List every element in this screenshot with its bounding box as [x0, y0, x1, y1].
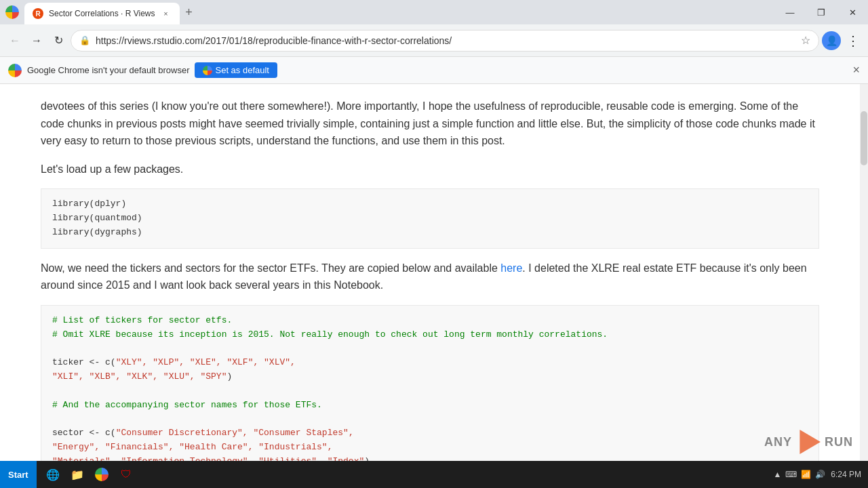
profile-button[interactable]: 👤 [822, 31, 841, 50]
minimize-button[interactable]: — [774, 0, 806, 24]
scrollbar-thumb[interactable] [861, 111, 867, 165]
taskbar-icon-ie[interactable]: 🌐 [42, 464, 64, 485]
set-default-button[interactable]: Set as default [195, 62, 277, 78]
bookmark-icon[interactable]: ☆ [801, 34, 810, 47]
paragraph-3-prefix: Now, we need the tickers and sectors for… [41, 262, 500, 274]
paragraph-1: devotees of this series (I know you're o… [41, 98, 819, 150]
code-comment-1: # List of tickers for sector etfs. [52, 314, 808, 328]
code-comment-3: # And the accompanying sector names for … [52, 399, 808, 413]
lock-icon: 🔒 [79, 35, 90, 45]
paragraph-2-text: Let's load up a few packages. [41, 163, 183, 175]
tab-close-button[interactable]: × [161, 8, 172, 19]
address-bar[interactable]: 🔒 https://rviews.rstudio.com/2017/01/18/… [71, 30, 819, 52]
notification-close-button[interactable]: × [852, 63, 860, 77]
tray-arrow: ▲ [773, 470, 781, 479]
ticker-prefix: ticker <- c( [52, 357, 116, 367]
code-sector-line1: sector <- c("Consumer Discretionary", "C… [52, 426, 808, 441]
code-line-3: library(dygraphs) [52, 226, 808, 240]
chrome-favicon [5, 5, 19, 19]
sector-values-2: "Energy", "Financials", "Health Care", "… [52, 442, 332, 452]
play-icon [796, 430, 821, 454]
sector-close: ) [364, 456, 370, 461]
notif-btn-icon [203, 66, 212, 75]
refresh-button[interactable]: ↻ [49, 31, 68, 50]
code-ticker-line1: ticker <- c("XLY", "XLP", "XLE", "XLF", … [52, 356, 808, 370]
taskbar-icons: 🌐 📁 🛡 [37, 464, 142, 485]
taskbar-icon-explorer[interactable]: 📁 [66, 464, 88, 485]
close-button[interactable]: ✕ [837, 0, 868, 24]
system-tray: ▲ ⌨ 📶 🔊 [773, 470, 825, 479]
back-button[interactable]: ← [5, 31, 24, 50]
code-ticker-line2: "XLI", "XLB", "XLK", "XLU", "SPY") [52, 370, 808, 384]
menu-button[interactable]: ⋮ [844, 31, 863, 50]
title-bar: R Sector Correlations · R Views × + — ❐ … [0, 0, 868, 24]
url-text: https://rviews.rstudio.com/2017/01/18/re… [96, 35, 795, 46]
page-content: devotees of this series (I know you're o… [0, 84, 868, 461]
code-block-2: # List of tickers for sector etfs. # Omi… [41, 305, 819, 461]
watermark-text: ANY [764, 435, 792, 449]
taskbar: Start 🌐 📁 🛡 ▲ ⌨ 📶 🔊 6:24 PM [0, 461, 868, 488]
here-link[interactable]: here [500, 262, 522, 274]
code-line-1: library(dplyr) [52, 197, 808, 211]
chrome-logo [0, 0, 24, 24]
forward-button[interactable]: → [27, 31, 46, 50]
set-default-label: Set as default [215, 65, 269, 75]
start-button[interactable]: Start [0, 461, 37, 488]
ticker-close: ) [226, 371, 232, 382]
code-sector-line3: "Materials", "Information Technology", "… [52, 455, 808, 461]
scrollbar[interactable] [860, 84, 868, 461]
tray-volume: 🔊 [815, 470, 825, 479]
code-block-1: library(dplyr) library(quantmod) library… [41, 188, 819, 248]
new-tab-button[interactable]: + [180, 3, 199, 22]
ticker-values-1: "XLY", "XLP", "XLE", "XLF", "XLV", [116, 357, 296, 367]
toolbar: ← → ↻ 🔒 https://rviews.rstudio.com/2017/… [0, 24, 868, 57]
paragraph-2: Let's load up a few packages. [41, 161, 819, 178]
tab-favicon: R [33, 8, 43, 19]
tray-network: 📶 [801, 470, 811, 479]
sector-values-1: "Consumer Discretionary", "Consumer Stap… [116, 428, 354, 438]
watermark-run-text: RUN [825, 435, 853, 449]
sector-values-3: "Materials", "Information Technology", "… [52, 456, 364, 461]
content-area: devotees of this series (I know you're o… [0, 84, 860, 461]
maximize-button[interactable]: ❐ [806, 0, 837, 24]
sector-prefix: sector <- c( [52, 428, 116, 438]
paragraph-3: Now, we need the tickers and sectors for… [41, 260, 819, 294]
taskbar-icon-security[interactable]: 🛡 [115, 464, 137, 485]
tab-label: Sector Correlations · R Views [49, 9, 155, 18]
chrome-window: R Sector Correlations · R Views × + — ❐ … [0, 0, 868, 461]
taskbar-icon-chrome[interactable] [91, 464, 113, 485]
paragraph-1-text: devotees of this series (I know you're o… [41, 100, 815, 146]
tray-keyboard: ⌨ [785, 470, 797, 479]
code-sector-line2: "Energy", "Financials", "Health Care", "… [52, 441, 808, 455]
code-comment-2: # Omit XLRE because its inception is 201… [52, 328, 808, 342]
notification-bar: Google Chrome isn't your default browser… [0, 57, 868, 84]
taskbar-time: 6:24 PM [831, 470, 861, 479]
browser-tab[interactable]: R Sector Correlations · R Views × [24, 3, 180, 24]
code-line-2: library(quantmod) [52, 211, 808, 226]
watermark: ANY RUN [764, 430, 853, 454]
window-controls: — ❐ ✕ [774, 0, 868, 24]
chrome-notification-logo [8, 64, 22, 77]
notification-text: Google Chrome isn't your default browser [27, 65, 189, 75]
start-label: Start [8, 470, 28, 480]
taskbar-right: ▲ ⌨ 📶 🔊 6:24 PM [766, 470, 868, 479]
ticker-values-2: "XLI", "XLB", "XLK", "XLU", "SPY" [52, 371, 226, 382]
